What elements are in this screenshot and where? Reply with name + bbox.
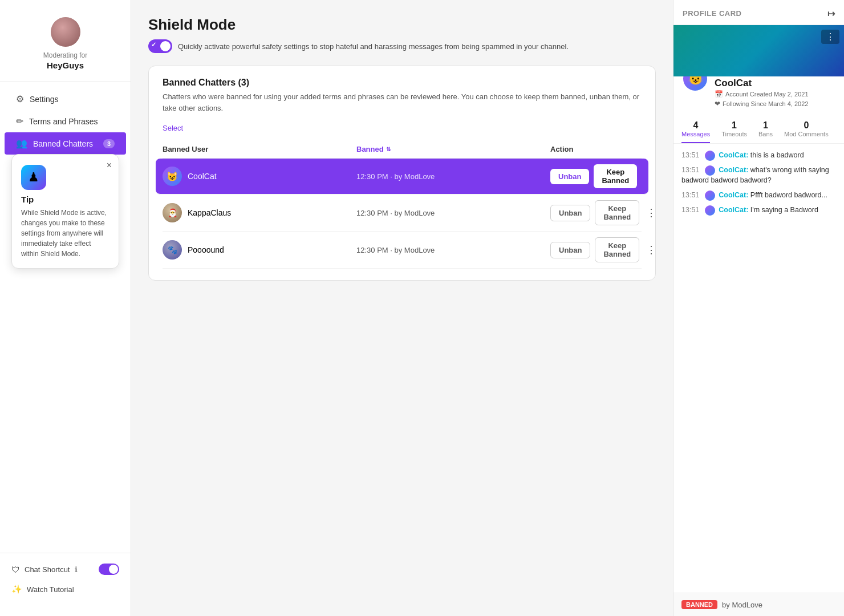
username-poooound: Poooound — [188, 245, 224, 254]
profile-panel: PROFILE CARD ↦ ⋮ 😺 CoolCat 📅 Account Cre… — [673, 0, 844, 616]
tab-messages[interactable]: 4 Messages — [681, 120, 710, 143]
shield-mode-toggle[interactable] — [148, 39, 172, 53]
sidebar: Moderating for HeyGuys ⚙ Settings ✏ Term… — [0, 0, 131, 616]
stat-bans-label: Bans — [758, 131, 773, 137]
sidebar-item-banned[interactable]: 👥 Banned Chatters 3 — [5, 132, 126, 155]
col-action-header: Action — [550, 145, 642, 153]
main-content: Shield Mode Quickly activate powerful sa… — [131, 0, 673, 616]
table-header: Banned User Banned ⇅ Action — [163, 140, 642, 159]
unban-button-poooound[interactable]: Unban — [550, 242, 590, 258]
calendar-icon: 📅 — [715, 90, 723, 98]
stat-mod-comments-num: 0 — [784, 120, 829, 131]
watch-tutorial-item[interactable]: ✨ Watch Tutorial — [5, 579, 126, 599]
more-button-poooound[interactable]: ⋮ — [644, 242, 659, 257]
banned-time-kappaclaus: 12:30 PM · by ModLove — [356, 209, 550, 217]
chat-username-2: CoolCat: — [719, 166, 748, 174]
chat-avatar-3 — [705, 191, 715, 201]
sort-icon[interactable]: ⇅ — [386, 146, 391, 152]
page-title: Shield Mode — [148, 16, 656, 34]
profile-panel-header: PROFILE CARD ↦ — [673, 0, 844, 25]
tab-mod-comments[interactable]: 0 Mod Comments — [784, 120, 829, 143]
table-row: 🎅 KappaClaus 12:30 PM · by ModLove Unban… — [163, 194, 642, 232]
avatar — [51, 17, 80, 47]
export-icon[interactable]: ↦ — [827, 8, 835, 19]
chat-text-1: this is a badword — [750, 151, 804, 159]
tip-icon: ♟ — [21, 165, 46, 190]
banned-count-badge: 3 — [103, 139, 115, 148]
username-coolcat: CoolCat — [188, 172, 217, 181]
tab-bans[interactable]: 1 Bans — [758, 120, 773, 143]
keep-banned-button-kappaclaus[interactable]: Keep Banned — [595, 200, 639, 225]
shield-icon: 🛡 — [11, 565, 20, 574]
profile-following: ❤ Following Since March 4, 2022 — [715, 100, 809, 108]
list-item: 13:51 CoolCat: this is a badword — [681, 151, 836, 161]
username-kappaclaus: KappaClaus — [188, 208, 231, 217]
list-item: 13:51 CoolCat: what's wrong with saying … — [681, 165, 836, 186]
keep-banned-button-coolcat[interactable]: Keep Banned — [594, 164, 637, 188]
list-item: 13:51 CoolCat: Pffft badword badword... — [681, 191, 836, 201]
unban-button-coolcat[interactable]: Unban — [550, 169, 589, 184]
select-link[interactable]: Select — [163, 124, 183, 132]
chat-text-3: Pffft badword badword... — [750, 191, 827, 199]
stats-tabs: 4 Messages 1 Timeouts 1 Bans 0 Mod Comme… — [673, 115, 844, 144]
list-item: 13:51 CoolCat: I'm saying a Badword — [681, 205, 836, 216]
action-cell-kappaclaus: Unban Keep Banned ⋮ — [550, 200, 642, 225]
profile-menu-button[interactable]: ⋮ — [821, 30, 839, 44]
profile-banner: ⋮ — [673, 25, 844, 76]
stat-timeouts-label: Timeouts — [721, 131, 747, 137]
sidebar-item-settings[interactable]: ⚙ Settings — [5, 88, 126, 110]
chat-username-3: CoolCat: — [719, 191, 748, 199]
user-cell-kappaclaus: 🎅 KappaClaus — [163, 203, 356, 222]
chat-shortcut-label: Chat Shortcut — [25, 565, 70, 574]
sidebar-bottom: 🛡 Chat Shortcut ℹ ✨ Watch Tutorial — [0, 553, 131, 605]
stat-messages-num: 4 — [681, 120, 710, 131]
stat-bans-num: 1 — [758, 120, 773, 131]
tip-popup: × ♟ Tip While Shield Mode is active, cha… — [11, 154, 119, 269]
sidebar-item-settings-label: Settings — [30, 95, 59, 104]
chat-time-2: 13:51 — [681, 166, 699, 174]
chat-text-2: what's wrong with saying badword badword… — [681, 166, 829, 184]
chat-time-4: 13:51 — [681, 206, 699, 214]
tab-timeouts[interactable]: 1 Timeouts — [721, 120, 747, 143]
table-row: 🐾 Poooound 12:30 PM · by ModLove Unban K… — [163, 232, 642, 269]
user-avatar-kappaclaus: 🎅 — [163, 203, 182, 222]
col-user-header: Banned User — [163, 145, 356, 153]
watch-tutorial-label: Watch Tutorial — [27, 585, 74, 594]
chat-messages: 13:51 CoolCat: this is a badword 13:51 C… — [673, 144, 844, 593]
more-button-coolcat[interactable]: ⋮ — [642, 169, 656, 184]
chat-text-4: I'm saying a Badword — [750, 206, 818, 214]
chat-shortcut-toggle[interactable] — [99, 564, 119, 575]
user-avatar-coolcat: 😺 — [163, 167, 182, 186]
tip-body: While Shield Mode is active, changes you… — [21, 208, 109, 259]
stat-timeouts-num: 1 — [721, 120, 747, 131]
sidebar-item-terms-label: Terms and Phrases — [29, 117, 98, 126]
banned-time-coolcat: 12:30 PM · by ModLove — [356, 172, 550, 181]
chat-time-1: 13:51 — [681, 151, 699, 159]
profile-card-label: PROFILE CARD — [683, 9, 742, 18]
tip-close-button[interactable]: × — [107, 160, 112, 171]
chat-avatar-4 — [705, 205, 715, 216]
keep-banned-button-poooound[interactable]: Keep Banned — [595, 237, 639, 262]
unban-button-kappaclaus[interactable]: Unban — [550, 205, 590, 221]
sidebar-item-terms[interactable]: ✏ Terms and Phrases — [5, 110, 126, 132]
sidebar-profile: Moderating for HeyGuys — [0, 11, 131, 82]
banned-footer: BANNED by ModLove — [673, 593, 844, 616]
chat-username-4: CoolCat: — [719, 206, 748, 214]
stat-mod-comments-label: Mod Comments — [784, 131, 829, 137]
chat-avatar-2 — [705, 165, 715, 176]
shield-toggle-row: Quickly activate powerful safety setting… — [148, 39, 656, 53]
table-row: 😺 CoolCat 12:30 PM · by ModLove Unban Ke… — [156, 159, 648, 194]
action-cell-coolcat: Unban Keep Banned ⋮ — [550, 164, 642, 188]
moderating-label: Moderating for — [43, 51, 87, 59]
action-cell-poooound: Unban Keep Banned ⋮ — [550, 237, 642, 262]
banned-chatters-card: Banned Chatters (3) Chatters who were ba… — [148, 66, 656, 281]
profile-username: CoolCat — [715, 78, 809, 89]
tip-title: Tip — [21, 194, 109, 204]
banned-time-poooound: 12:30 PM · by ModLove — [356, 246, 550, 254]
stat-messages-label: Messages — [681, 131, 710, 137]
chat-shortcut-item[interactable]: 🛡 Chat Shortcut ℹ — [5, 559, 126, 579]
chat-time-3: 13:51 — [681, 191, 699, 199]
banned-tag: BANNED — [681, 600, 717, 609]
more-button-kappaclaus[interactable]: ⋮ — [644, 205, 659, 220]
user-cell-coolcat: 😺 CoolCat — [163, 167, 356, 186]
